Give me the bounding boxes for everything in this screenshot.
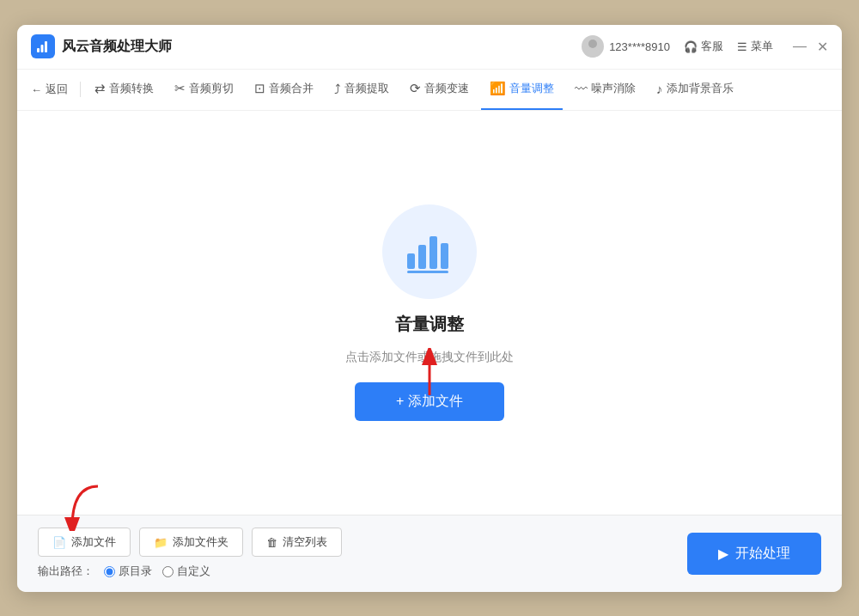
close-button[interactable]: ✕ [816,40,828,52]
window-controls: — ✕ [794,40,828,52]
nav-item-denoise[interactable]: 〰 噪声消除 [566,70,644,110]
folder-icon: 📁 [154,536,168,549]
file-icon: 📄 [52,536,66,549]
extract-icon: ⤴ [334,82,341,96]
nav-item-convert[interactable]: ⇄ 音频转换 [86,70,162,110]
svg-point-4 [586,49,600,58]
drop-title: 音量调整 [395,313,464,336]
add-folder-button[interactable]: 📁 添加文件夹 [139,528,243,557]
drop-icon-circle [382,204,477,299]
app-icon [31,34,55,58]
nav-item-bgmusic[interactable]: ♪ 添加背景音乐 [648,70,742,110]
title-bar: 风云音频处理大师 123****8910 🎧 客服 ☰ 菜单 [17,25,842,70]
svg-rect-2 [45,41,47,52]
volume-icon: 📶 [490,81,506,96]
drop-area: 音量调整 点击添加文件或拖拽文件到此处 + 添加文件 [345,204,514,421]
app-window: 风云音频处理大师 123****8910 🎧 客服 ☰ 菜单 [17,25,842,592]
add-file-main-button[interactable]: + 添加文件 [355,382,504,421]
service-btn[interactable]: 🎧 客服 [684,39,723,54]
output-label: 输出路径： [38,564,94,579]
bottom-bar: 📄 添加文件 📁 添加文件夹 🗑 清空列表 输出路径： 原目录 [17,515,842,592]
app-title: 风云音频处理大师 [62,38,172,56]
minimize-button[interactable]: — [794,40,806,52]
nav-bar: ← 返回 ⇄ 音频转换 ✂ 音频剪切 ⊡ 音频合并 ⤴ 音频提取 ⟳ 音频变速 … [17,70,842,111]
svg-rect-5 [407,253,415,269]
nav-divider-1 [80,82,81,97]
headphone-icon: 🎧 [684,40,698,53]
convert-icon: ⇄ [94,81,106,96]
nav-item-transform[interactable]: ⟳ 音频变速 [401,70,478,110]
title-bar-right: 123****8910 🎧 客服 ☰ 菜单 — ✕ [582,35,828,58]
svg-rect-9 [407,271,448,273]
nav-item-merge[interactable]: ⊡ 音频合并 [246,70,322,110]
merge-icon: ⊡ [254,81,265,96]
clear-list-button[interactable]: 🗑 清空列表 [252,528,342,557]
output-row: 输出路径： 原目录 自定义 [38,564,677,579]
back-button[interactable]: ← 返回 [24,78,75,101]
bgmusic-icon: ♪ [656,82,663,96]
add-file-button[interactable]: 📄 添加文件 [38,528,131,557]
user-info[interactable]: 123****8910 [582,35,670,58]
radio-original[interactable]: 原目录 [104,564,152,579]
svg-point-3 [588,40,597,48]
svg-rect-6 [418,245,426,269]
cut-icon: ✂ [174,81,186,96]
main-content: 音量调整 点击添加文件或拖拽文件到此处 + 添加文件 [17,111,842,515]
play-icon: ▶ [718,546,728,562]
radio-custom[interactable]: 自定义 [162,564,210,579]
svg-rect-0 [37,48,40,52]
svg-rect-8 [441,243,448,269]
trash-icon: 🗑 [266,536,277,549]
svg-rect-7 [430,236,437,269]
title-bar-left: 风云音频处理大师 [31,34,582,58]
username: 123****8910 [609,40,670,53]
nav-item-volume[interactable]: 📶 音量调整 [481,70,563,110]
menu-icon: ☰ [737,40,747,53]
bottom-buttons: 📄 添加文件 📁 添加文件夹 🗑 清空列表 [38,528,677,557]
svg-rect-1 [41,45,44,52]
back-icon: ← [31,83,42,96]
bottom-left: 📄 添加文件 📁 添加文件夹 🗑 清空列表 输出路径： 原目录 [38,528,677,579]
drop-hint: 点击添加文件或拖拽文件到此处 [345,350,514,365]
menu-btn[interactable]: ☰ 菜单 [737,39,773,54]
avatar [582,35,604,58]
start-process-button[interactable]: ▶ 开始处理 [687,533,821,575]
denoise-icon: 〰 [575,82,588,96]
nav-item-cut[interactable]: ✂ 音频剪切 [166,70,242,110]
transform-icon: ⟳ [410,81,421,96]
nav-item-extract[interactable]: ⤴ 音频提取 [326,70,398,110]
